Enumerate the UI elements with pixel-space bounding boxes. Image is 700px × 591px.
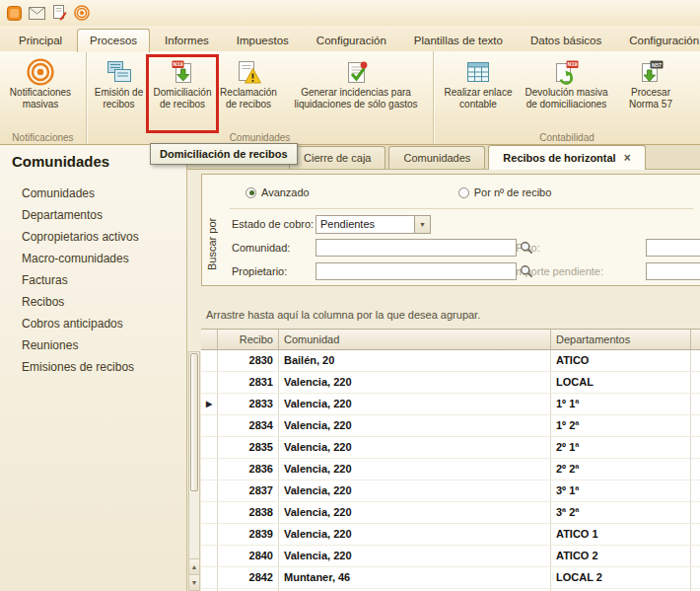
broadcast-icon[interactable] [73, 4, 91, 22]
ribbon-tab[interactable]: Datos básicos [518, 30, 614, 51]
cell-departamentos: 1º 2ª [551, 415, 691, 436]
ribbon-tab[interactable]: Plantillas de texto [401, 30, 516, 51]
generar-incidencias-button[interactable]: Generar incidencias para liquidaciones d… [281, 54, 431, 110]
row-selector-cell: ▶ [201, 372, 218, 393]
close-icon[interactable]: × [624, 152, 631, 164]
notificaciones-masivas-button[interactable]: Notificaciones masivas [2, 54, 79, 110]
ribbon-tab[interactable]: Principal [6, 30, 75, 51]
app-logo-icon[interactable] [5, 4, 23, 22]
cell-comunidad: Valencia, 220 [279, 437, 551, 458]
radio-avanzado[interactable] [245, 187, 256, 198]
separator [230, 208, 693, 209]
table-row[interactable]: ▶ 2838 Valencia, 220 3ª 2ª [201, 502, 700, 524]
ribbon-tab-bar: PrincipalProcesosInformesImpuestosConfig… [0, 26, 700, 51]
ribbon-tab[interactable]: Procesos [77, 29, 150, 52]
devolucion-masiva-button[interactable]: N19 Devolución masiva de domiciliaciones [520, 54, 613, 110]
search-panel: Buscar por Avanzado Por nº de recibo Est… [201, 174, 700, 286]
table-row[interactable]: ▶ 2837 Valencia, 220 3º 1ª [201, 480, 700, 502]
direct-debit-n19-icon: N19 [170, 57, 196, 87]
scrollbar-thumb[interactable] [190, 353, 198, 491]
accounting-table-icon [465, 57, 491, 87]
sidebar-item[interactable]: Recibos [0, 291, 186, 313]
sidebar-item-label: Cobros anticipados [22, 317, 123, 331]
cell-extra [691, 459, 700, 480]
document-tab[interactable]: Cierre de caja × [289, 146, 385, 169]
cell-extra [691, 350, 700, 371]
ribbon-group-contabilidad: Realizar enlace contable N19 Devolución … [434, 51, 700, 144]
cell-recibo: 2839 [218, 524, 279, 545]
row-selector-cell: ▶ [201, 459, 218, 480]
document-tab[interactable]: Recibos de horizontal × [488, 145, 645, 170]
ribbon-tab[interactable]: Configuración [304, 30, 399, 51]
realizar-enlace-contable-button[interactable]: Realizar enlace contable [439, 54, 518, 110]
sidebar-item[interactable]: Macro-comunidades [0, 248, 186, 269]
cell-departamentos: 2º 2ª [551, 459, 691, 480]
sidebar-item[interactable]: Facturas [0, 269, 186, 291]
comunidad-input[interactable] [315, 239, 517, 257]
cell-recibo: 2836 [218, 459, 279, 480]
svg-text:N57: N57 [652, 61, 662, 67]
search-icon[interactable] [520, 264, 534, 279]
header-recibo[interactable]: Recibo [218, 330, 279, 349]
sidebar-item[interactable]: Cobros anticipados [0, 313, 186, 334]
sidebar-item[interactable]: Departamentos [0, 204, 186, 226]
table-row[interactable]: ▶ 2836 Valencia, 220 2º 2ª [201, 459, 700, 480]
header-departamentos[interactable]: Departamentos [551, 330, 691, 349]
cell-departamentos: LOCAL [551, 372, 691, 393]
grid-vertical-scrollbar[interactable]: ▲ ▼ [188, 351, 200, 591]
piso-input[interactable] [646, 239, 700, 257]
procesar-norma-57-button[interactable]: N57 Procesar Norma 57 [615, 54, 686, 110]
header-comunidad[interactable]: Comunidad [279, 330, 551, 349]
cell-departamentos: ATICO [551, 350, 691, 371]
current-row-arrow-icon: ▶ [201, 394, 217, 414]
edit-document-icon[interactable] [50, 4, 68, 22]
search-icon[interactable] [520, 241, 534, 256]
table-row[interactable]: ▶ 2834 Valencia, 220 1º 2ª [201, 415, 700, 437]
table-row[interactable]: ▶ 2842 Muntaner, 46 LOCAL 2 [201, 567, 700, 589]
domiciliacion-de-recibos-button[interactable]: N19 Domiciliación de recibos [149, 54, 216, 110]
ribbon-group-notificaciones: Notificaciones masivas Notificaciones [0, 51, 87, 144]
table-row[interactable]: ▶ 2839 Valencia, 220 ATICO 1 [201, 524, 700, 546]
sidebar-item[interactable]: Comunidades [0, 183, 186, 204]
propietario-input[interactable] [315, 262, 517, 280]
radio-avanzado-label: Avanzado [261, 186, 310, 198]
emision-de-recibos-button[interactable]: Emisión de recibos [91, 54, 147, 110]
estado-de-cobro-label: Estado de cobro: [232, 218, 314, 230]
cell-comunidad: Valencia, 220 [279, 546, 551, 566]
sidebar-item-label: Reuniones [22, 338, 78, 352]
document-tab[interactable]: Comunidades × [388, 146, 485, 169]
ribbon-tab-label: Configuración personal [629, 35, 700, 46]
table-row[interactable]: ▶ 2835 Valencia, 220 2º 1ª [201, 437, 700, 459]
group-by-panel[interactable]: Arrastre hasta aquí la columna por la qu… [201, 301, 700, 329]
reclamacion-de-recibos-button[interactable]: Reclamación de recibos [218, 54, 279, 110]
chevron-down-icon[interactable]: ▼ [414, 216, 430, 233]
table-row[interactable]: ▶ 2830 Bailén, 20 ATICO [201, 350, 700, 372]
cell-extra [691, 546, 700, 566]
sidebar-item-label: Comunidades [22, 186, 95, 200]
row-selector-cell: ▶ [201, 524, 218, 545]
sidebar-item[interactable]: Emisiones de recibos [0, 356, 186, 378]
cell-comunidad: Valencia, 220 [279, 459, 551, 480]
header-row-selector [201, 330, 218, 349]
importe-pendiente-input[interactable] [646, 262, 700, 280]
table-row[interactable]: ▶ 2831 Valencia, 220 LOCAL [201, 372, 700, 394]
ribbon-tab[interactable]: Impuestos [224, 30, 302, 51]
ribbon-tab[interactable]: Configuración personal [616, 30, 700, 51]
sidebar-item[interactable]: Reuniones [0, 334, 186, 356]
scroll-down-button[interactable]: ▼ [189, 574, 199, 590]
cell-departamentos: 1º 1ª [551, 394, 691, 414]
scroll-up-button[interactable]: ▲ [189, 558, 199, 574]
cell-departamentos: LOCAL 2 [551, 567, 691, 588]
mail-icon[interactable] [28, 4, 45, 22]
estado-de-cobro-select[interactable]: Pendientes ▼ [315, 215, 431, 234]
cell-comunidad: Bailén, 20 [279, 350, 551, 371]
ribbon: Notificaciones masivas Notificaciones Em… [0, 51, 700, 145]
ribbon-tab[interactable]: Informes [152, 30, 222, 51]
sidebar-item[interactable]: Copropietarios activos [0, 226, 186, 248]
sidebar: Comunidades ComunidadesDepartamentosCopr… [0, 145, 187, 591]
radio-por-numero-de-recibo[interactable] [458, 187, 469, 198]
table-row[interactable]: ▶ 2833 Valencia, 220 1º 1ª [201, 394, 700, 415]
table-row[interactable]: ▶ 2840 Valencia, 220 ATICO 2 [201, 546, 700, 567]
cell-recibo: 2835 [218, 437, 279, 458]
cell-comunidad: Valencia, 220 [279, 480, 551, 501]
